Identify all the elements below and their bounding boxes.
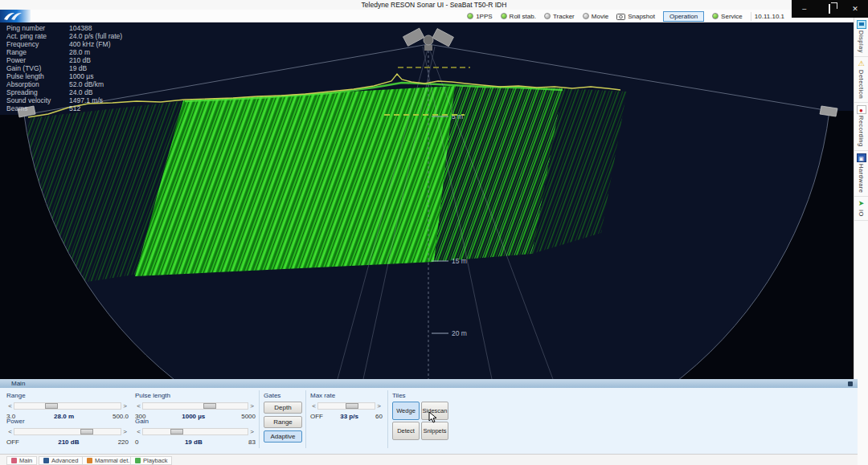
indicator-roll-stab[interactable]: Roll stab. (501, 13, 536, 20)
indicator-1pps[interactable]: 1PPS (467, 13, 492, 20)
param-row: Gain (TVG)19 dB (6, 64, 122, 72)
advanced-tab-icon (43, 458, 49, 463)
divider (305, 390, 306, 448)
slider-arrow-right-icon[interactable]: > (121, 428, 129, 435)
main-tab-icon (11, 458, 17, 463)
hardware-icon: ▣ (857, 153, 866, 162)
max-rate-slider-group: Max rate < > OFF 33 p/s 60 (310, 392, 383, 420)
service-button[interactable]: Service (712, 13, 743, 20)
slider-arrow-left-icon[interactable]: < (135, 402, 142, 410)
slider-arrow-left-icon[interactable]: < (6, 402, 14, 410)
param-row: Absorption52.0 dB/km (6, 80, 122, 88)
slider-arrow-right-icon[interactable]: > (248, 428, 256, 435)
mammal-det-tab-icon (87, 458, 92, 463)
slider-track[interactable] (142, 428, 248, 435)
slider-arrow-left-icon[interactable]: < (6, 428, 14, 435)
slider-track[interactable] (142, 402, 248, 410)
slider-arrow-left-icon[interactable]: < (310, 402, 317, 410)
slider-arrow-left-icon[interactable]: < (135, 428, 142, 435)
slider-arrow-right-icon[interactable]: > (248, 402, 256, 410)
tiles-group: Tiles Wedge Sidescan Detect Snippets (392, 392, 448, 440)
range-slider[interactable]: < > (6, 402, 129, 410)
gates-depth-button[interactable]: Depth (264, 402, 302, 414)
sonar-parameter-list: Ping number104388 Act. ping rate24.0 p/s… (6, 24, 122, 112)
close-icon[interactable]: ✕ (847, 5, 863, 13)
divider (387, 390, 388, 448)
max-rate-slider[interactable]: < > (310, 402, 383, 410)
window-controls: – ✕ (792, 0, 868, 18)
param-row: Frequency400 kHz (FM) (6, 40, 122, 48)
param-row: Ping number104388 (6, 24, 122, 32)
main-toolbar: 1PPS Roll stab. Tracker Movie Snapshot O… (0, 10, 868, 22)
slider-track[interactable] (14, 428, 121, 435)
panel-header[interactable]: Main (0, 379, 858, 388)
sonar-wedge-display[interactable]: 5 m 15 m 20 m Ping number104388 Act. pin… (0, 22, 854, 379)
depth-tick-label: 5 m (452, 112, 463, 120)
gates-adaptive-button[interactable]: Adaptive (264, 430, 302, 443)
depth-tick-label: 15 m (452, 257, 467, 265)
gates-range-button[interactable]: Range (264, 416, 302, 428)
led-icon (467, 13, 473, 19)
led-icon (501, 13, 507, 19)
tab-io[interactable]: ➤ IO (854, 197, 868, 221)
param-row: Range28.0 m (6, 48, 122, 56)
indicator-tracker[interactable]: Tracker (544, 13, 575, 20)
slider-arrow-right-icon[interactable]: > (121, 402, 129, 410)
snapshot-button[interactable]: Snapshot (616, 13, 655, 20)
slider-thumb[interactable] (170, 429, 183, 434)
title-bar: Teledyne RESON Sonar UI - SeaBat T50-R I… (0, 0, 868, 10)
bottom-tab-strip: Main Advanced Mammal det. Playback (0, 454, 858, 465)
pulse-length-slider[interactable]: < > (135, 402, 256, 410)
tab-detection[interactable]: ⚠ Detection (854, 57, 868, 103)
camera-icon (616, 13, 625, 20)
depth-tick-label: 20 m (452, 329, 467, 337)
slider-arrow-right-icon[interactable]: > (375, 402, 383, 410)
display-icon (857, 20, 866, 29)
bottom-tab-playback[interactable]: Playback (130, 456, 172, 465)
teledyne-logo-icon (0, 10, 31, 22)
bottom-tab-advanced[interactable]: Advanced (39, 456, 83, 465)
tab-display[interactable]: Display (854, 18, 868, 57)
led-icon (712, 13, 719, 19)
divider (259, 390, 260, 448)
slider-track[interactable] (14, 402, 121, 410)
tiles-wedge-button[interactable]: Wedge (392, 402, 420, 420)
restore-icon[interactable] (821, 5, 837, 13)
tiles-detect-button[interactable]: Detect (392, 422, 420, 440)
power-slider[interactable]: < > (6, 427, 129, 436)
param-row: Sound velocity1497.1 m/s (6, 96, 122, 104)
param-row: Spreading24.0 dB (6, 88, 122, 96)
sonar-canvas: 5 m 15 m 20 m (0, 22, 854, 379)
param-row: Beams512 (6, 104, 122, 112)
param-row: Power210 dB (6, 56, 122, 64)
pin-icon[interactable] (848, 381, 853, 386)
mouse-cursor (428, 411, 437, 426)
warning-icon: ⚠ (857, 59, 866, 68)
pulse-length-slider-group: Pulse length < > 300 1000 µs 5000 (135, 392, 256, 420)
operation-button[interactable]: Operation (663, 11, 704, 22)
gain-slider[interactable]: < > (135, 427, 256, 436)
power-slider-group: Power < > OFF 210 dB 220 (6, 418, 129, 446)
bottom-tab-mammal-det[interactable]: Mammal det. (82, 456, 134, 465)
range-slider-group: Range < > 3.0 28.0 m 500.0 (6, 392, 129, 420)
minimize-icon[interactable]: – (796, 5, 813, 13)
slider-thumb[interactable] (203, 403, 216, 409)
gates-group: Gates Depth Range Adaptive (264, 392, 302, 445)
led-icon (583, 13, 589, 19)
record-icon: ● (857, 105, 866, 114)
tab-recording[interactable]: ● Recording (854, 103, 868, 151)
tab-hardware[interactable]: ▣ Hardware (854, 151, 868, 198)
led-icon (544, 13, 551, 19)
param-row: Act. ping rate24.0 p/s (full rate) (6, 32, 122, 40)
slider-thumb[interactable] (45, 403, 58, 409)
bottom-tab-main[interactable]: Main (6, 456, 37, 465)
indicator-movie[interactable]: Movie (583, 13, 608, 20)
io-icon: ➤ (857, 199, 866, 208)
ip-address[interactable]: 10.11.10.1 (751, 12, 788, 21)
slider-thumb[interactable] (346, 403, 358, 409)
playback-tab-icon (135, 458, 141, 463)
window-title: Teledyne RESON Sonar UI - SeaBat T50-R I… (362, 1, 507, 9)
gain-slider-group: Gain < > 0 19 dB 83 (135, 418, 256, 446)
slider-track[interactable] (317, 402, 375, 410)
slider-thumb[interactable] (80, 429, 93, 434)
